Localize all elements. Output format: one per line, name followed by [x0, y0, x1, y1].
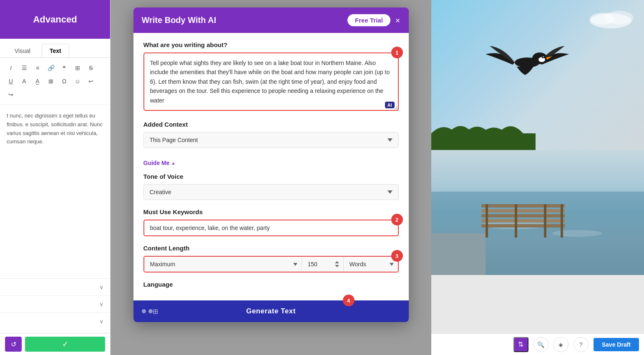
layers-button[interactable]: ◈ — [553, 337, 569, 352]
table-btn[interactable]: ⊞ — [72, 62, 83, 74]
layers-icon: ◈ — [558, 341, 563, 348]
footer-grid-icon: ⊞ — [153, 308, 158, 315]
dock-image — [431, 150, 644, 275]
step1-badge: 1 — [391, 47, 403, 58]
close-button[interactable]: × — [395, 16, 400, 25]
modal-header: Write Body With AI Free Trial × — [133, 8, 409, 33]
collapsible-2[interactable]: ∨ — [0, 295, 110, 312]
modal-body: What are you writing about? 1 AI Added C… — [133, 33, 409, 300]
footer-dot-1 — [142, 309, 146, 313]
svg-rect-19 — [544, 204, 546, 238]
modal-overlay: Write Body With AI Free Trial × What are… — [111, 0, 431, 355]
italic-btn[interactable]: I — [5, 62, 17, 74]
omega-btn[interactable]: Ω — [58, 75, 70, 87]
left-sidebar: Advanced Visual Text I ☰ ≡ 🔗 ❝ ⊞ S U A A… — [0, 0, 111, 355]
keywords-label: Must Use Keywords — [143, 208, 399, 215]
free-trial-badge[interactable]: Free Trial — [347, 14, 390, 26]
content-length-label: Content Length — [143, 245, 399, 252]
prompt-textarea[interactable] — [143, 52, 399, 111]
length-type-select[interactable]: Maximum Minimum Exact — [144, 257, 302, 272]
content-length-wrapper: 3 Maximum Minimum Exact 150 100 200 300 — [143, 256, 399, 272]
svg-point-2 — [538, 57, 545, 62]
tone-label: Tone of Voice — [143, 173, 399, 180]
sidebar-header: Advanced — [0, 0, 110, 39]
keywords-wrapper: 2 — [143, 220, 399, 236]
tab-visual[interactable]: Visual — [7, 44, 38, 58]
sidebar-title: Advanced — [33, 14, 77, 25]
svg-rect-16 — [481, 224, 565, 228]
highlight-btn[interactable]: A̲ — [32, 75, 43, 87]
sort-button[interactable]: ⇅ — [513, 337, 528, 352]
svg-rect-8 — [431, 133, 536, 150]
footer-dots — [142, 309, 153, 313]
strikethrough-btn[interactable]: S — [85, 62, 97, 74]
redo-btn[interactable]: ↪ — [5, 89, 17, 100]
save-draft-button[interactable]: Save Draft — [594, 338, 639, 351]
step4-badge: 4 — [343, 295, 355, 306]
added-context-label: Added Context — [143, 121, 399, 128]
sort-icon: ⇅ — [518, 340, 523, 348]
tab-text[interactable]: Text — [42, 44, 69, 58]
language-section: Language — [143, 281, 399, 288]
special-char-btn[interactable]: ⊠ — [45, 75, 57, 87]
svg-rect-15 — [481, 219, 565, 222]
ai-modal: Write Body With AI Free Trial × What are… — [133, 8, 409, 322]
chevron-down-icon-2: ∨ — [99, 301, 103, 308]
tone-select[interactable]: Creative Professional Casual Formal Frie… — [143, 184, 399, 200]
tone-section: Tone of Voice Creative Professional Casu… — [143, 173, 399, 200]
modal-header-right: Free Trial × — [347, 14, 400, 26]
search-icon: 🔍 — [537, 341, 544, 348]
svg-rect-17 — [486, 204, 488, 238]
emoji-btn[interactable]: ☺ — [72, 75, 83, 87]
help-button[interactable]: ? — [574, 337, 589, 352]
editor-content: t nunc, nec dignissim s eget tellus eu f… — [0, 105, 110, 275]
bird-svg — [481, 25, 573, 100]
underline-btn[interactable]: U — [5, 75, 17, 87]
modal-title: Write Body With AI — [142, 15, 216, 25]
help-icon: ? — [579, 341, 583, 348]
clouds-svg — [586, 4, 636, 29]
search-bottom-button[interactable]: 🔍 — [533, 337, 548, 352]
sidebar-tabs: Visual Text — [0, 39, 110, 58]
svg-point-7 — [604, 11, 634, 24]
added-context-section: This Page Content None Custom — [143, 132, 399, 148]
svg-point-4 — [543, 56, 544, 57]
quote-btn[interactable]: ❝ — [58, 62, 70, 74]
list-ordered-btn[interactable]: ≡ — [32, 62, 43, 74]
ai-badge: AI — [385, 102, 395, 108]
right-image-area: ⇅ 🔍 ◈ ? Save Draft — [431, 0, 644, 355]
svg-rect-14 — [481, 214, 565, 218]
bird-image — [431, 0, 644, 150]
link-btn[interactable]: 🔗 — [45, 62, 57, 74]
footer-dot-2 — [148, 309, 153, 313]
guide-me-label: Guide Me — [143, 160, 170, 166]
step3-badge: 3 — [391, 250, 403, 262]
svg-point-11 — [552, 230, 602, 237]
refresh-button[interactable]: ↺ — [5, 337, 22, 352]
svg-rect-21 — [431, 233, 486, 275]
list-unordered-btn[interactable]: ☰ — [18, 62, 30, 74]
content-length-row: Maximum Minimum Exact 150 100 200 300 Wo… — [143, 256, 399, 272]
collapsible-1[interactable]: ∨ — [0, 278, 110, 295]
editor-toolbar: I ☰ ≡ 🔗 ❝ ⊞ S U A A̲ ⊠ Ω ☺ ↩ ↪ — [0, 58, 110, 105]
collapsible-3[interactable]: ∨ — [0, 312, 110, 330]
generate-text-button[interactable]: Generate Text — [246, 307, 296, 315]
guide-me-link[interactable]: Guide Me ▲ — [143, 160, 176, 166]
svg-rect-13 — [481, 209, 565, 212]
added-context-select[interactable]: This Page Content None Custom — [143, 132, 399, 148]
prompt-wrapper: 1 AI — [143, 52, 399, 112]
trees-svg — [431, 117, 536, 150]
check-button[interactable]: ✓ — [25, 337, 105, 352]
length-unit-select[interactable]: Words Characters Sentences — [344, 257, 398, 272]
svg-point-3 — [542, 56, 544, 58]
prompt-label: What are you writing about? — [143, 41, 399, 48]
guide-me-arrow-icon: ▲ — [171, 161, 176, 165]
svg-rect-12 — [481, 204, 565, 208]
sidebar-bottom: ↺ ✓ — [0, 333, 110, 355]
length-number-select[interactable]: 150 100 200 300 — [302, 257, 344, 272]
undo-btn[interactable]: ↩ — [85, 75, 97, 87]
dock-svg — [431, 150, 644, 275]
step2-badge: 2 — [391, 214, 403, 225]
color-btn[interactable]: A — [18, 75, 30, 87]
keywords-input[interactable] — [143, 220, 399, 236]
